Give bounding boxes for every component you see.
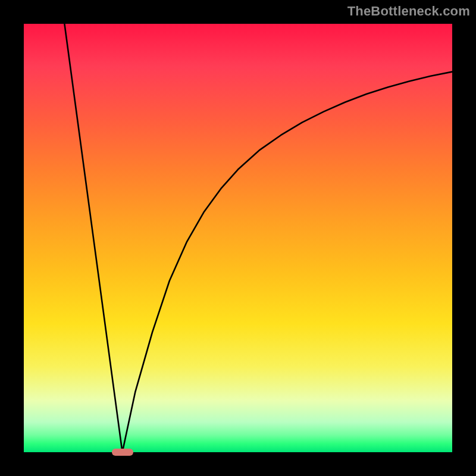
curve-svg [24, 24, 452, 452]
chart-container: TheBottleneck.com [0, 0, 476, 476]
minimum-marker [112, 449, 133, 456]
watermark-text: TheBottleneck.com [347, 4, 470, 19]
plot-area [24, 24, 452, 452]
bottleneck-curve [64, 24, 452, 452]
